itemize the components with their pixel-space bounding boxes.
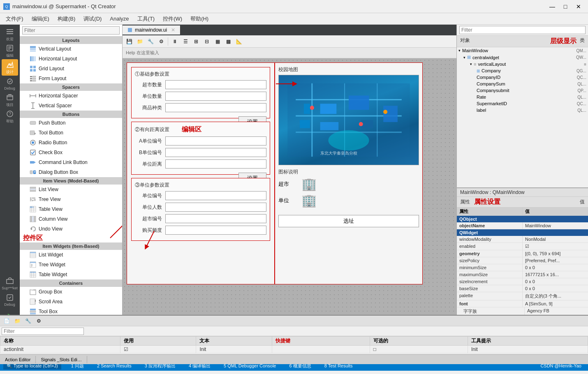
- toolbar-btn-8[interactable]: ⊟: [202, 37, 212, 46]
- toolbar-btn-11[interactable]: 📐: [234, 37, 244, 46]
- input-unit-b[interactable]: [165, 148, 266, 157]
- prop-name-maxsize: maximumSize: [457, 271, 523, 278]
- widget-group-box[interactable]: Group Group Box: [20, 287, 122, 297]
- sidebar-icon-help[interactable]: ? 帮助: [2, 109, 18, 125]
- prop-name-palette: palette: [457, 292, 523, 300]
- props-row-objectname[interactable]: objectName MainWindow: [457, 222, 588, 229]
- widget-table-widget[interactable]: Table Widget: [20, 270, 122, 279]
- widget-dialog-button[interactable]: Dialog Button Box: [20, 167, 122, 177]
- props-row-windowmodality[interactable]: windowModality NonModal: [457, 236, 588, 243]
- toolbar-btn-6[interactable]: ☰: [181, 37, 190, 46]
- tree-companysum[interactable]: CompanySum QL...: [457, 81, 588, 87]
- widget-tool-button[interactable]: Tool Button: [20, 128, 122, 138]
- props-row-sizepolicy[interactable]: sizePolicy [Preferred, Pref...: [457, 257, 588, 264]
- menu-build[interactable]: 构建(B): [53, 14, 79, 24]
- toolbar-btn-5[interactable]: ⏸: [170, 37, 180, 46]
- menu-help[interactable]: 帮助(H): [186, 14, 213, 24]
- sidebar-icon-project[interactable]: 项目: [2, 92, 18, 109]
- tree-supermarketid[interactable]: SupermarketID QC...: [457, 100, 588, 107]
- input-frequency[interactable]: [165, 226, 266, 235]
- props-row-basesize[interactable]: baseSize 0 x 0: [457, 285, 588, 292]
- widget-horizontal-layout[interactable]: Horizontal Layout: [20, 54, 122, 64]
- svg-rect-47: [30, 187, 36, 188]
- svg-rect-67: [34, 216, 36, 222]
- toolbar-btn-9[interactable]: ▦: [213, 37, 222, 46]
- widget-list-widget[interactable]: List Widget: [20, 250, 122, 260]
- input-product-type[interactable]: [165, 103, 266, 112]
- prop-name-geometry: geometry: [457, 250, 523, 257]
- tab-mainwindow[interactable]: mainwindow.ui ✕: [123, 25, 181, 35]
- input-distance[interactable]: [165, 159, 266, 169]
- sidebar-icon-design[interactable]: 设计: [2, 59, 18, 76]
- toolbar-btn-4[interactable]: ⚙: [156, 37, 166, 46]
- tree-company[interactable]: ⊞ Company QG...: [457, 67, 588, 74]
- widget-radio-button[interactable]: Radio Button: [20, 138, 122, 148]
- widget-h-spacer[interactable]: Horizontal Spacer: [20, 91, 122, 101]
- sidebar-icon-debug2[interactable]: Debug: [2, 292, 18, 308]
- toolbar-btn-1[interactable]: 💾: [124, 37, 134, 46]
- menu-widgets[interactable]: 控件(W): [159, 14, 186, 24]
- input-unit-people[interactable]: [165, 203, 266, 212]
- tree-label[interactable]: label QL...: [457, 107, 588, 113]
- sidebar-icon-debug[interactable]: Debug: [2, 76, 18, 92]
- tree-label-rate: Rate: [477, 95, 486, 99]
- svg-rect-91: [30, 309, 36, 310]
- tree-verticallayout[interactable]: ▾ ≡ verticalLayout ≡: [457, 61, 588, 67]
- close-button[interactable]: ✕: [572, 2, 585, 11]
- sidebar-icon-edit[interactable]: 编辑: [2, 43, 18, 59]
- widget-v-spacer[interactable]: Vertical Spacer: [20, 101, 122, 111]
- bottom-tabs: Action Editor Signals _Slots Edi…: [123, 354, 456, 361]
- toolbar-btn-7[interactable]: ⊞: [191, 37, 201, 46]
- menu-edit[interactable]: 编辑(E): [28, 14, 53, 24]
- widget-filter-input[interactable]: [22, 26, 120, 35]
- props-row-font[interactable]: font A [SimSun, 9]: [457, 300, 588, 307]
- toolbar-btn-10[interactable]: ▩: [223, 37, 233, 46]
- sidebar-label-design: 设计: [6, 69, 14, 75]
- svg-point-111: [328, 130, 369, 151]
- props-row-palette[interactable]: palette 自定义的(3 个角...: [457, 292, 588, 300]
- input-unit-count[interactable]: [165, 92, 266, 101]
- input-supermarket-count[interactable]: [165, 80, 266, 89]
- props-row-geometry[interactable]: geometry [(0, 0), 759 x 694]: [457, 250, 588, 257]
- props-row-sizeinc[interactable]: sizeIncrement 0 x 0: [457, 278, 588, 285]
- sidebar-icon-supermarket[interactable]: Sup***ket: [2, 275, 18, 292]
- props-row-fontfamily[interactable]: 字字族 Agency FB: [457, 307, 588, 316]
- tab-close-icon[interactable]: ✕: [171, 27, 175, 33]
- widget-scroll-area[interactable]: Scroll Area: [20, 297, 122, 307]
- widget-check-box[interactable]: Check Box: [20, 148, 122, 157]
- menu-debug[interactable]: 调试(D): [79, 14, 106, 24]
- input-unit-a[interactable]: [165, 136, 266, 145]
- widget-vertical-layout[interactable]: Vertical Layout: [20, 44, 122, 54]
- input-unit-id[interactable]: [165, 191, 266, 200]
- sidebar-icon-welcome[interactable]: 欢迎: [2, 26, 18, 43]
- menu-tools[interactable]: 工具(T): [133, 14, 159, 24]
- widget-list-view[interactable]: List View: [20, 185, 122, 194]
- props-row-maxsize[interactable]: maximumSize 16777215 x 16...: [457, 271, 588, 278]
- tree-rate[interactable]: Rate QL...: [457, 94, 588, 100]
- tree-centralwidget[interactable]: ▾ ⊞ centralwidget QW...: [457, 54, 588, 61]
- widget-command-link[interactable]: Command Link Button: [20, 157, 122, 167]
- widget-tree-view[interactable]: Tree View: [20, 194, 122, 204]
- menu-file[interactable]: 文件(F): [2, 14, 28, 24]
- minimize-button[interactable]: —: [546, 2, 558, 11]
- legend-supermarket: 超市 🏢: [278, 178, 419, 190]
- tree-companyid[interactable]: CompanyID QC...: [457, 74, 588, 81]
- menu-analyze[interactable]: Analyze: [106, 14, 133, 23]
- widget-grid-layout[interactable]: Grid Layout: [20, 64, 122, 74]
- toolbar-btn-3[interactable]: 🔧: [146, 37, 155, 46]
- widget-form-layout[interactable]: Form Layout: [20, 74, 122, 83]
- right-filter-input[interactable]: [459, 26, 586, 34]
- tree-mainwindow[interactable]: ▾ MainWindow QM...: [457, 47, 588, 54]
- widget-tree-widget[interactable]: Tree Widget: [20, 260, 122, 270]
- svg-rect-64: [32, 206, 34, 208]
- tree-companysubmit[interactable]: Companysubmit QP...: [457, 87, 588, 94]
- widget-push-button[interactable]: Push Button: [20, 118, 122, 128]
- toolbar-btn-2[interactable]: 📁: [135, 37, 145, 46]
- btn-select[interactable]: 选址: [278, 215, 419, 227]
- input-market-id[interactable]: [165, 214, 266, 223]
- tree-class-supermarketid: QC...: [577, 102, 586, 106]
- props-row-minsize[interactable]: minimumSize 0 x 0: [457, 264, 588, 271]
- props-row-enabled[interactable]: enabled ☑: [457, 243, 588, 250]
- maximize-button[interactable]: □: [559, 2, 572, 11]
- section2-header: ②有向距离设置 编辑区: [135, 125, 238, 134]
